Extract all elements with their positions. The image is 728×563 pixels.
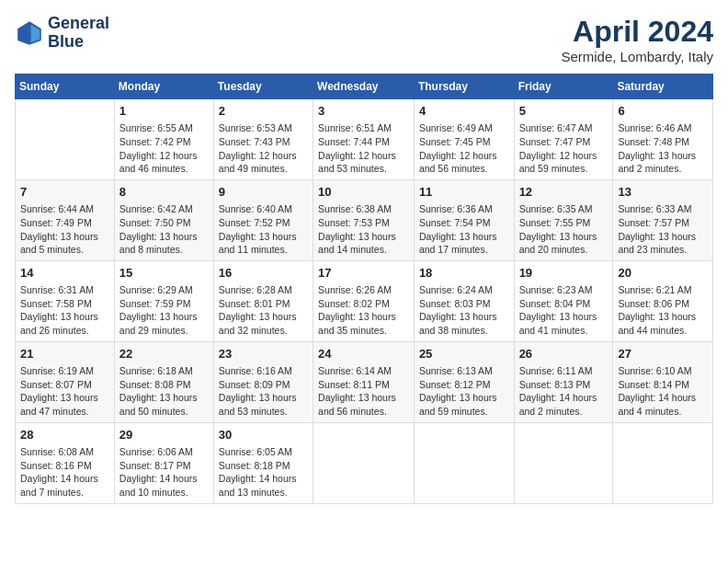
calendar-cell: 3Sunrise: 6:51 AMSunset: 7:44 PMDaylight… <box>313 99 415 180</box>
day-number: 12 <box>519 184 609 201</box>
day-info: Daylight: 13 hours <box>219 230 308 244</box>
day-info: and 7 minutes. <box>20 486 109 500</box>
day-info: Sunset: 8:02 PM <box>318 297 409 311</box>
calendar-cell <box>414 422 514 503</box>
day-number: 18 <box>419 265 509 282</box>
day-info: Daylight: 13 hours <box>419 391 509 405</box>
day-info: and 56 minutes. <box>318 405 409 419</box>
day-info: Daylight: 13 hours <box>419 230 509 244</box>
header-row: SundayMondayTuesdayWednesdayThursdayFrid… <box>16 75 713 99</box>
day-info: Sunrise: 6:13 AM <box>419 364 509 378</box>
day-info: Sunrise: 6:55 AM <box>119 121 209 135</box>
day-info: Sunrise: 6:49 AM <box>419 121 509 135</box>
day-info: Daylight: 13 hours <box>618 230 708 244</box>
day-info: and 2 minutes. <box>519 405 609 419</box>
calendar-cell: 6Sunrise: 6:46 AMSunset: 7:48 PMDaylight… <box>613 99 713 180</box>
day-info: Sunset: 8:08 PM <box>119 378 209 392</box>
day-info: Sunset: 7:48 PM <box>618 135 708 149</box>
day-number: 21 <box>20 346 109 362</box>
day-number: 8 <box>119 184 209 201</box>
day-info: Sunset: 7:49 PM <box>20 216 109 230</box>
day-info: Daylight: 13 hours <box>219 310 308 324</box>
day-info: and 35 minutes. <box>318 324 409 338</box>
day-info: Sunrise: 6:16 AM <box>219 364 308 378</box>
calendar-cell: 15Sunrise: 6:29 AMSunset: 7:59 PMDayligh… <box>114 260 213 341</box>
calendar-cell: 21Sunrise: 6:19 AMSunset: 8:07 PMDayligh… <box>16 341 115 422</box>
day-number: 2 <box>219 103 308 120</box>
day-info: Sunset: 7:54 PM <box>419 216 509 230</box>
day-number: 23 <box>219 346 308 362</box>
day-info: Daylight: 13 hours <box>119 391 209 405</box>
day-info: Daylight: 13 hours <box>119 230 209 244</box>
day-number: 6 <box>618 103 708 120</box>
day-info: Sunrise: 6:31 AM <box>20 283 109 297</box>
calendar-cell <box>313 422 415 503</box>
day-info: Sunset: 8:03 PM <box>419 297 509 311</box>
calendar-week-1: 1Sunrise: 6:55 AMSunset: 7:42 PMDaylight… <box>16 99 713 180</box>
calendar-cell: 10Sunrise: 6:38 AMSunset: 7:53 PMDayligh… <box>313 179 415 260</box>
day-info: Sunset: 7:42 PM <box>119 135 209 149</box>
day-info: Sunrise: 6:08 AM <box>20 445 109 459</box>
day-info: and 17 minutes. <box>419 243 509 257</box>
day-info: Sunset: 8:07 PM <box>20 378 109 392</box>
calendar-cell: 22Sunrise: 6:18 AMSunset: 8:08 PMDayligh… <box>114 341 213 422</box>
day-info: and 8 minutes. <box>119 243 209 257</box>
day-info: and 10 minutes. <box>119 486 209 500</box>
day-info: Daylight: 12 hours <box>119 149 209 163</box>
calendar-cell: 28Sunrise: 6:08 AMSunset: 8:16 PMDayligh… <box>16 422 115 503</box>
day-info: and 41 minutes. <box>519 324 609 338</box>
calendar-week-3: 14Sunrise: 6:31 AMSunset: 7:58 PMDayligh… <box>16 260 713 341</box>
header-day-thursday: Thursday <box>414 75 514 99</box>
header-day-tuesday: Tuesday <box>213 75 313 99</box>
day-info: and 53 minutes. <box>219 405 308 419</box>
logo-icon <box>15 18 44 48</box>
day-number: 26 <box>519 346 609 362</box>
day-info: Daylight: 13 hours <box>618 149 708 163</box>
day-info: and 56 minutes. <box>419 162 509 176</box>
title-area: April 2024 Sermide, Lombardy, Italy <box>561 15 713 64</box>
day-number: 27 <box>618 346 708 362</box>
day-info: Sunrise: 6:38 AM <box>318 202 409 216</box>
header-day-wednesday: Wednesday <box>313 75 415 99</box>
day-info: and 4 minutes. <box>618 405 708 419</box>
calendar-cell: 19Sunrise: 6:23 AMSunset: 8:04 PMDayligh… <box>514 260 613 341</box>
month-title: April 2024 <box>561 15 713 49</box>
day-info: Sunrise: 6:46 AM <box>618 121 708 135</box>
calendar-cell: 30Sunrise: 6:05 AMSunset: 8:18 PMDayligh… <box>213 422 313 503</box>
day-info: and 53 minutes. <box>318 162 409 176</box>
calendar-cell: 9Sunrise: 6:40 AMSunset: 7:52 PMDaylight… <box>213 179 313 260</box>
header: General Blue April 2024 Sermide, Lombard… <box>15 15 713 64</box>
calendar-cell: 14Sunrise: 6:31 AMSunset: 7:58 PMDayligh… <box>16 260 115 341</box>
calendar-cell: 5Sunrise: 6:47 AMSunset: 7:47 PMDaylight… <box>514 99 613 180</box>
day-number: 10 <box>318 184 409 201</box>
day-info: Sunset: 7:58 PM <box>20 297 109 311</box>
day-number: 14 <box>20 265 109 282</box>
calendar-week-2: 7Sunrise: 6:44 AMSunset: 7:49 PMDaylight… <box>16 179 713 260</box>
calendar-week-4: 21Sunrise: 6:19 AMSunset: 8:07 PMDayligh… <box>16 341 713 422</box>
day-info: Sunset: 7:47 PM <box>519 135 609 149</box>
day-info: Daylight: 13 hours <box>318 230 409 244</box>
day-number: 3 <box>318 103 409 120</box>
logo-text: General Blue <box>48 15 109 52</box>
day-number: 15 <box>119 265 209 282</box>
day-info: Sunset: 8:06 PM <box>618 297 708 311</box>
day-info: and 44 minutes. <box>618 324 708 338</box>
day-info: Sunrise: 6:40 AM <box>219 202 308 216</box>
day-info: Daylight: 13 hours <box>20 310 109 324</box>
calendar-cell: 13Sunrise: 6:33 AMSunset: 7:57 PMDayligh… <box>613 179 713 260</box>
day-info: Daylight: 14 hours <box>219 472 308 486</box>
day-info: and 20 minutes. <box>519 243 609 257</box>
calendar-cell: 29Sunrise: 6:06 AMSunset: 8:17 PMDayligh… <box>114 422 213 503</box>
day-info: Sunset: 7:44 PM <box>318 135 409 149</box>
day-info: Sunset: 8:17 PM <box>119 459 209 473</box>
day-info: Sunset: 7:55 PM <box>519 216 609 230</box>
day-info: and 14 minutes. <box>318 243 409 257</box>
day-number: 13 <box>618 184 708 201</box>
calendar-cell <box>514 422 613 503</box>
day-info: Sunset: 7:45 PM <box>419 135 509 149</box>
day-number: 22 <box>119 346 209 362</box>
day-info: and 47 minutes. <box>20 405 109 419</box>
day-info: Sunrise: 6:35 AM <box>519 202 609 216</box>
calendar-cell <box>613 422 713 503</box>
day-info: Daylight: 13 hours <box>318 310 409 324</box>
